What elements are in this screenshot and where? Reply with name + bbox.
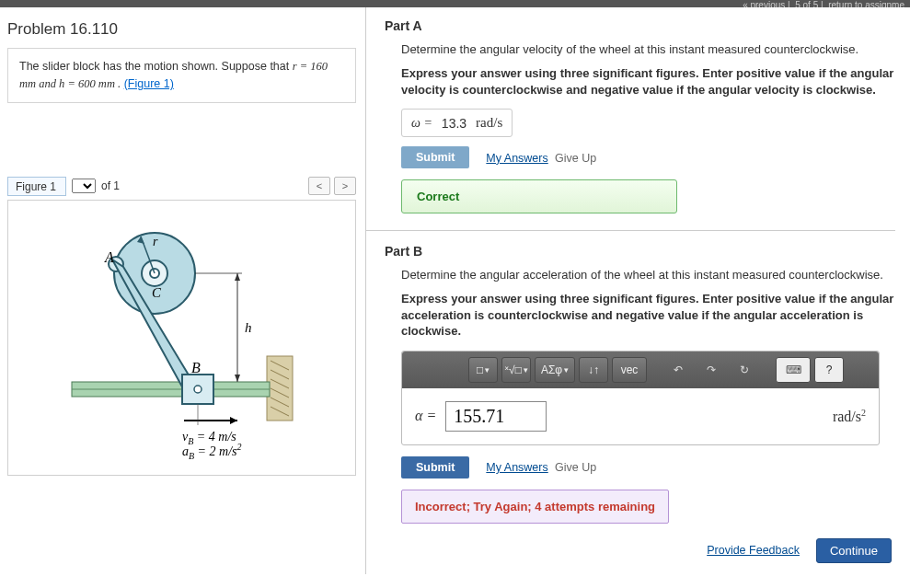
omega-label: ω =	[411, 116, 432, 131]
toolbar-spacer	[409, 357, 465, 383]
svg-point-17	[194, 386, 202, 393]
figure-selector[interactable]	[72, 179, 96, 193]
figure-link[interactable]: (Figure 1)	[124, 77, 174, 90]
svg-marker-20	[235, 375, 240, 382]
template-button[interactable]: □▾	[468, 357, 498, 383]
part-b-value-input[interactable]	[445, 401, 547, 432]
prev-link[interactable]: « previous	[743, 0, 785, 7]
part-a-giveup-link[interactable]: Give Up	[555, 152, 596, 165]
undo-button[interactable]: ↶	[663, 357, 693, 383]
redo-button[interactable]: ↷	[697, 357, 726, 383]
greek-button[interactable]: ΑΣφ▾	[535, 357, 575, 383]
provide-feedback-link[interactable]: Provide Feedback	[707, 544, 800, 557]
part-a-value: 13.3	[442, 116, 467, 131]
svg-text:h: h	[245, 320, 252, 335]
svg-text:C: C	[152, 285, 162, 300]
progress-text: 5 of 5	[795, 0, 818, 7]
reset-button[interactable]: ↻	[730, 357, 759, 383]
right-panel: Part A Determine the angular velocity of…	[366, 7, 910, 574]
top-nav-bar: « previous | 5 of 5 | return to assignme	[0, 0, 910, 7]
figure-diagram: A C r h B vB = 4 m/s aB = 2 m/s2	[53, 209, 311, 467]
root-button[interactable]: ˣ√□▾	[501, 357, 531, 383]
divider	[366, 230, 895, 231]
help-button[interactable]: ?	[814, 357, 844, 383]
svg-marker-19	[235, 273, 240, 281]
problem-statement: The slider block has the motion shown. S…	[7, 48, 356, 103]
part-a-instructions: Express your answer using three signific…	[401, 65, 895, 98]
part-a-title: Part A	[385, 18, 895, 33]
part-b-my-answers-link[interactable]: My Answers	[486, 461, 547, 474]
part-b-giveup-link[interactable]: Give Up	[555, 461, 596, 474]
svg-text:r: r	[153, 235, 158, 248]
part-a-my-answers-link[interactable]: My Answers	[486, 152, 547, 165]
part-a-correct-feedback: Correct	[401, 179, 677, 213]
part-b-title: Part B	[385, 244, 895, 259]
part-b-unit: rad/s2	[833, 408, 866, 425]
svg-marker-23	[230, 417, 237, 424]
part-b-submit-button[interactable]: Submit	[401, 456, 469, 478]
updown-button[interactable]: ↓↑	[579, 357, 608, 383]
figure-label[interactable]: Figure 1	[7, 177, 66, 196]
problem-title: Problem 16.110	[7, 20, 356, 39]
svg-text:A: A	[104, 249, 114, 265]
equation-toolbar: □▾ ˣ√□▾ ΑΣφ▾ ↓↑ vec ↶ ↷ ↻ ⌨ ?	[402, 352, 879, 388]
keyboard-button[interactable]: ⌨	[776, 357, 811, 383]
continue-button[interactable]: Continue	[816, 538, 892, 563]
problem-text: The slider block has the motion shown. S…	[19, 60, 293, 73]
left-panel: Problem 16.110 The slider block has the …	[0, 7, 366, 574]
vec-button[interactable]: vec	[612, 357, 647, 383]
part-a-answer-box: ω = 13.3 rad/s	[401, 109, 513, 137]
part-a-unit: rad/s	[476, 115, 502, 131]
svg-text:B: B	[191, 360, 201, 375]
part-b-incorrect-feedback: Incorrect; Try Again; 4 attempts remaini…	[401, 490, 669, 524]
part-b-input-panel: □▾ ˣ√□▾ ΑΣφ▾ ↓↑ vec ↶ ↷ ↻ ⌨ ? α = rad/s	[401, 351, 880, 445]
alpha-label: α =	[415, 408, 436, 424]
figure-next-button[interactable]: >	[334, 177, 356, 195]
figure-header: Figure 1 of 1 < >	[7, 177, 356, 196]
part-a-prompt: Determine the angular velocity of the wh…	[401, 42, 895, 56]
figure-prev-button[interactable]: <	[308, 177, 330, 195]
part-b-prompt: Determine the angular acceleration of th…	[401, 268, 895, 282]
figure-container: A C r h B vB = 4 m/s aB = 2 m/s2	[7, 200, 356, 476]
return-link[interactable]: return to assignme	[828, 0, 904, 7]
figure-count: of 1	[101, 179, 120, 192]
part-b-instructions: Express your answer using three signific…	[401, 291, 895, 340]
part-a-submit-button[interactable]: Submit	[401, 146, 469, 168]
